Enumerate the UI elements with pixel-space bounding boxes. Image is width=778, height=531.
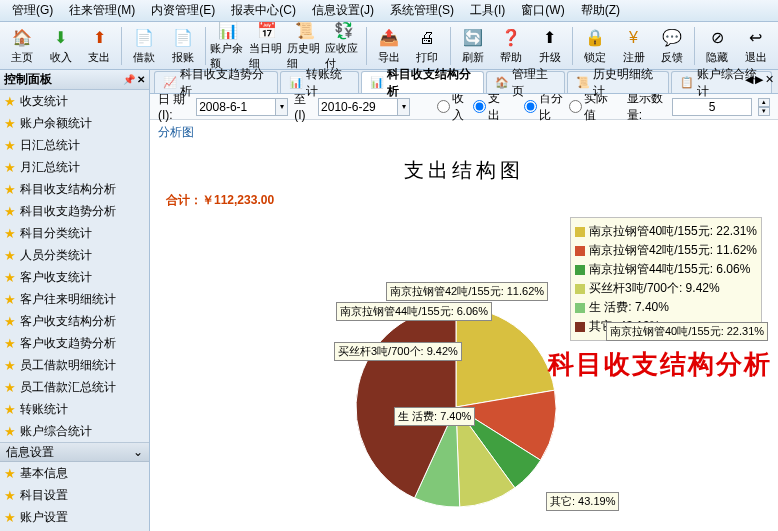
tab[interactable]: 🏠管理主页 [486,71,565,93]
帮助-icon: ❓ [500,27,522,49]
toolbar-separator [450,27,451,65]
tab[interactable]: 📊转账统计 [280,71,359,93]
toolbar-label: 注册 [623,50,645,65]
toolbar-报账[interactable]: 📄报账 [165,24,201,68]
star-icon: ★ [4,226,16,241]
menu-item[interactable]: 内资管理(E) [143,0,223,21]
toolbar-label: 打印 [416,50,438,65]
toolbar-借款[interactable]: 📄借款 [126,24,162,68]
sidebar-item[interactable]: ★账户设置 [0,506,149,528]
sidebar-item[interactable]: ★收支统计 [0,90,149,112]
sidebar-item[interactable]: ★科目收支结构分析 [0,178,149,200]
menu-item[interactable]: 管理(G) [4,0,61,21]
toolbar-历史明细[interactable]: 📜历史明细 [287,24,323,68]
sidebar-item[interactable]: ★客户收支统计 [0,266,149,288]
toolbar-separator [694,27,695,65]
借款-icon: 📄 [133,27,155,49]
sidebar-item[interactable]: ★客户往来明细统计 [0,288,149,310]
toolbar-主页[interactable]: 🏠主页 [4,24,40,68]
toolbar-label: 收入 [50,50,72,65]
tab[interactable]: 📜历史明细统计 [567,71,668,93]
toolbar-退出[interactable]: ↩退出 [738,24,774,68]
tab[interactable]: 📈科目收支趋势分析 [154,71,278,93]
toolbar-打印[interactable]: 🖨打印 [409,24,445,68]
chart-callout: 生 活费: 7.40% [394,407,475,426]
star-icon: ★ [4,160,16,175]
radio-expense[interactable]: 支出 [473,90,503,124]
tab-next-icon[interactable]: ▶ [755,73,763,86]
sidebar-item[interactable]: ★科目收支趋势分析 [0,200,149,222]
sidebar-item[interactable]: ★账户综合统计 [0,420,149,442]
toolbar-separator [205,27,206,65]
sidebar-item[interactable]: ★基本信息 [0,462,149,484]
toolbar-注册[interactable]: ¥注册 [615,24,651,68]
反馈-icon: 💬 [661,27,683,49]
legend-item: 南京拉钢管40吨/155元: 22.31% [575,222,757,241]
toolbar-锁定[interactable]: 🔒锁定 [577,24,613,68]
toolbar-label: 锁定 [584,50,606,65]
sidebar-item[interactable]: ★人员分类统计 [0,244,149,266]
chart-total: 合计：￥112,233.00 [166,192,762,209]
sidebar-item[interactable]: ★月汇总统计 [0,156,149,178]
dropdown-icon[interactable]: ▾ [276,98,288,116]
menu-item[interactable]: 信息设置(J) [304,0,382,21]
tab[interactable]: 📊科目收支结构分析 [361,71,485,93]
sidebar-item[interactable]: ★员工借款汇总统计 [0,376,149,398]
历史明细-icon: 📜 [294,21,316,40]
退出-icon: ↩ [745,27,767,49]
dropdown-icon[interactable]: ▾ [398,98,410,116]
menu-item[interactable]: 往来管理(M) [61,0,143,21]
刷新-icon: 🔄 [462,27,484,49]
sidebar-item[interactable]: ★科目设置 [0,484,149,506]
pin-icon[interactable]: 📌 [123,74,135,85]
star-icon: ★ [4,380,16,395]
toolbar-隐藏[interactable]: ⊘隐藏 [699,24,735,68]
toolbar-账户余额[interactable]: 📊账户余额 [210,24,246,68]
sidebar-item[interactable]: ★转账统计 [0,398,149,420]
menu-item[interactable]: 系统管理(S) [382,0,462,21]
chart-area: 支出结构图 合计：￥112,233.00 南京拉钢管40吨/155元: 22.3… [150,145,778,531]
toolbar-应收应付[interactable]: 💱应收应付 [325,24,361,68]
sidebar-item[interactable]: ★科目分类统计 [0,222,149,244]
toolbar-收入[interactable]: ⬇收入 [42,24,78,68]
star-icon: ★ [4,182,16,197]
menu-item[interactable]: 工具(I) [462,0,513,21]
打印-icon: 🖨 [416,27,438,49]
tab-prev-icon[interactable]: ◀ [745,73,753,86]
当日明细-icon: 📅 [256,21,278,40]
账户余额-icon: 📊 [217,21,239,40]
导出-icon: 📤 [378,27,400,49]
sidebar-title: 控制面板 [4,71,52,88]
legend-swatch [575,303,585,313]
menu-item[interactable]: 帮助(Z) [573,0,628,21]
sidebar-item[interactable]: ★客户收支结构分析 [0,310,149,332]
toolbar-导出[interactable]: 📤导出 [371,24,407,68]
toolbar-支出[interactable]: ⬆支出 [81,24,117,68]
sidebar-item[interactable]: ★账户余额统计 [0,112,149,134]
spin-down-icon[interactable]: ▾ [758,107,770,116]
close-icon[interactable]: ✕ [137,74,145,85]
count-input[interactable] [672,98,752,116]
menu-item[interactable]: 报表中心(C) [223,0,304,21]
date-from-input[interactable] [196,98,276,116]
sidebar-item[interactable]: ★客户收支趋势分析 [0,332,149,354]
pie-slice[interactable] [456,307,555,407]
toolbar-反馈[interactable]: 💬反馈 [654,24,690,68]
锁定-icon: 🔒 [584,27,606,49]
sidebar-item[interactable]: ★日汇总统计 [0,134,149,156]
toolbar: 🏠主页⬇收入⬆支出📄借款📄报账📊账户余额📅当日明细📜历史明细💱应收应付📤导出🖨打… [0,22,778,70]
chart-callout: 其它: 43.19% [546,492,619,511]
sidebar-item[interactable]: ★员工借款明细统计 [0,354,149,376]
toolbar-label: 借款 [133,50,155,65]
menu-item[interactable]: 窗口(W) [513,0,572,21]
tab-icon: 📋 [680,76,694,89]
toolbar-帮助[interactable]: ❓帮助 [493,24,529,68]
tab-close-icon[interactable]: ✕ [765,73,774,86]
toolbar-升级[interactable]: ⬆升级 [532,24,568,68]
tab-icon: 📈 [163,76,177,89]
date-to-input[interactable] [318,98,398,116]
tab-icon: 📊 [289,76,303,89]
toolbar-刷新[interactable]: 🔄刷新 [455,24,491,68]
sidebar-category[interactable]: 信息设置⌄ [0,442,149,462]
toolbar-当日明细[interactable]: 📅当日明细 [249,24,285,68]
